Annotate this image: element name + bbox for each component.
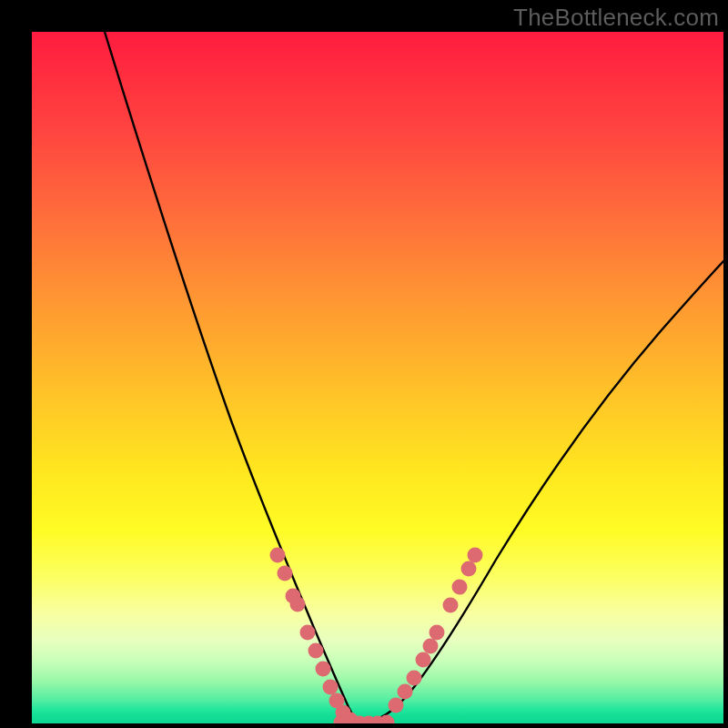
svg-point-5	[308, 643, 324, 659]
svg-point-23	[443, 598, 459, 613]
left-curve	[105, 32, 359, 723]
dots-base	[334, 715, 395, 724]
svg-point-7	[323, 680, 339, 695]
svg-point-6	[316, 662, 331, 677]
svg-point-4	[300, 625, 316, 641]
svg-point-18	[398, 684, 413, 700]
dots-right	[389, 548, 483, 713]
svg-point-25	[461, 561, 477, 577]
svg-point-19	[407, 671, 422, 686]
svg-point-21	[423, 639, 439, 654]
plot-area	[32, 32, 723, 723]
chart-stage: TheBottleneck.com	[0, 0, 728, 728]
svg-point-24	[452, 580, 468, 595]
svg-point-20	[416, 652, 431, 668]
svg-point-22	[430, 625, 445, 641]
svg-point-0	[270, 548, 286, 563]
right-curve	[359, 261, 723, 723]
svg-point-3	[290, 597, 306, 612]
svg-point-26	[468, 548, 483, 563]
svg-point-17	[389, 698, 404, 713]
watermark-text: TheBottleneck.com	[513, 4, 719, 32]
curves-layer	[32, 32, 723, 723]
svg-point-1	[278, 566, 293, 581]
